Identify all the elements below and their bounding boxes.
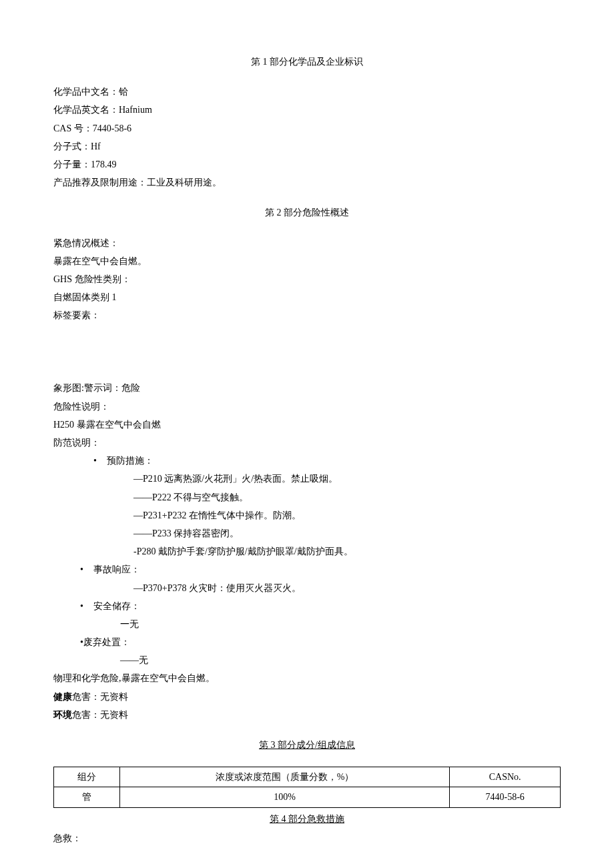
env-label: 环境 [53, 710, 72, 720]
prevention-item: ——P222 不得与空气接触。 [133, 489, 561, 506]
pictogram-text: 象形图:警示词：危险 [53, 380, 561, 396]
formula-label: 分子式： [53, 141, 91, 151]
prevention-items: —P210 远离热源/火花刑」火/热表面。禁止吸烟。 ——P222 不得与空气接… [53, 470, 561, 560]
storage-item: 一无 [120, 616, 561, 632]
disposal-title: •废弃处置： [80, 634, 561, 650]
cas-value: 7440-58-6 [93, 123, 131, 133]
en-name-value: Hafnium [119, 105, 152, 115]
response-block: 事故响应： [53, 561, 561, 578]
cas-label: CAS 号： [53, 123, 93, 133]
table-cell: 管 [54, 787, 120, 807]
first-aid-label: 急救： [53, 830, 561, 847]
response-item: —P370+P378 火灾时：使用灭火器灭火。 [133, 580, 561, 596]
emergency-text: 暴露在空气中会自燃。 [53, 253, 561, 270]
health-label: 健康 [53, 692, 72, 702]
section2-content: 紧急情况概述： 暴露在空气中会自燃。 GHS 危险性类别： 自燃固体类别 1 标… [53, 235, 561, 724]
ghs-text: 自燃固体类别 1 [53, 289, 561, 306]
section4-content: 急救： [53, 830, 561, 847]
section2-title: 第 2 部分危险性概述 [53, 204, 561, 221]
table-cell: 7440-58-6 [450, 787, 561, 807]
section1-content: 化学品中文名：铪 化学品英文名：Hafnium CAS 号：7440-58-6 … [53, 83, 561, 191]
response-title: 事故响应： [93, 561, 561, 578]
table-header-row: 组分 浓度或浓度范围（质量分数，%） CASNo. [54, 767, 561, 787]
section3-title: 第 3 部分成分/组成信息 [53, 737, 561, 753]
zh-name-value: 铪 [119, 87, 128, 97]
formula-value: Hf [91, 141, 101, 151]
storage-block: 安全储存： [53, 598, 561, 614]
disposal-items: ——无 [53, 652, 561, 669]
prevention-item: -P280 戴防护手套/穿防护服/戴防护眼罩/戴防护面具。 [133, 543, 561, 560]
prevention-block: 预防措施： [53, 452, 561, 469]
table-row: 管 100% 7440-58-6 [54, 787, 561, 807]
response-items: —P370+P378 火灾时：使用灭火器灭火。 [53, 580, 561, 596]
prevention-item: —P231+P232 在惰性气体中操作。防潮。 [133, 507, 561, 524]
disposal-item: ——无 [120, 652, 561, 669]
table-header: 组分 [54, 767, 120, 787]
table-header: 浓度或浓度范围（质量分数，%） [120, 767, 450, 787]
prevention-item: —P210 远离热源/火花刑」火/热表面。禁止吸烟。 [133, 470, 561, 487]
hazard-text: H250 暴露在空气中会自燃 [53, 416, 561, 433]
composition-table: 组分 浓度或浓度范围（质量分数，%） CASNo. 管 100% 7440-58… [53, 767, 561, 807]
hazard-label: 危险性说明： [53, 398, 561, 415]
prevention-title: 预防措施： [107, 452, 561, 469]
en-name-label: 化学品英文名： [53, 105, 119, 115]
table-header: CASNo. [450, 767, 561, 787]
ghs-label: GHS 危险性类别： [53, 271, 561, 288]
prevention-item: ——P233 保持容器密闭。 [133, 525, 561, 542]
section1-title: 第 1 部分化学品及企业标识 [53, 53, 561, 70]
health-text: 危害：无资料 [72, 692, 128, 702]
mw-label: 分子量： [53, 159, 91, 169]
table-cell: 100% [120, 787, 450, 807]
storage-title: 安全储存： [93, 598, 561, 614]
storage-items: 一无 [53, 616, 561, 632]
emergency-label: 紧急情况概述： [53, 235, 561, 252]
use-label: 产品推荐及限制用途： [53, 177, 147, 187]
section4-title: 第 4 部分急救措施 [53, 811, 561, 827]
zh-name-label: 化学品中文名： [53, 87, 119, 97]
use-value: 工业及科研用途。 [147, 177, 222, 187]
precaution-label: 防范说明： [53, 434, 561, 451]
env-text: 危害：无资料 [72, 710, 128, 720]
mw-value: 178.49 [91, 159, 117, 169]
phys-chem-text: 物理和化学危险,暴露在空气中会自燃。 [53, 670, 561, 687]
label-elements: 标签要素： [53, 307, 561, 324]
